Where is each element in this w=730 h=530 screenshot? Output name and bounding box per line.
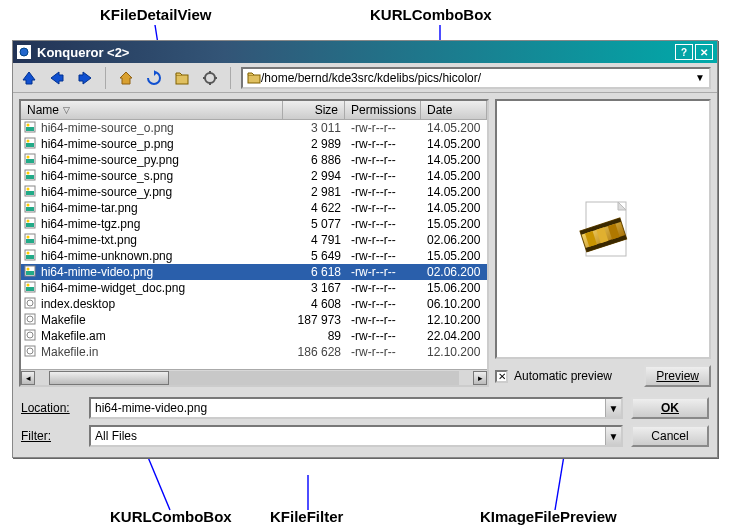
home-icon[interactable] <box>116 68 136 88</box>
table-row[interactable]: hi64-mime-video.png6 618-rw-r--r--02.06.… <box>21 264 487 280</box>
svg-point-14 <box>27 140 30 143</box>
file-date: 14.05.200 <box>421 121 487 135</box>
nav-back-icon[interactable] <box>47 68 67 88</box>
file-permissions: -rw-r--r-- <box>345 153 421 167</box>
file-name: hi64-mime-source_o.png <box>41 121 174 135</box>
file-size: 2 981 <box>283 185 345 199</box>
table-row[interactable]: Makefile.am89-rw-r--r--22.04.200 <box>21 328 487 344</box>
file-permissions: -rw-r--r-- <box>345 297 421 311</box>
auto-preview-checkbox[interactable]: ✕ <box>495 370 508 383</box>
dropdown-icon[interactable]: ▼ <box>605 399 621 417</box>
table-row[interactable]: Makefile187 973-rw-r--r--12.10.200 <box>21 312 487 328</box>
annotation-label: KURLComboBox <box>370 6 492 23</box>
file-detail-view: Name ▽ Size Permissions Date hi64-mime-s… <box>19 99 489 387</box>
table-row[interactable]: hi64-mime-txt.png4 791-rw-r--r--02.06.20… <box>21 232 487 248</box>
table-row[interactable]: hi64-mime-tar.png4 622-rw-r--r--14.05.20… <box>21 200 487 216</box>
file-date: 02.06.200 <box>421 265 487 279</box>
file-size: 187 973 <box>283 313 345 327</box>
horizontal-scrollbar[interactable]: ◂ ▸ <box>21 369 487 385</box>
url-input[interactable] <box>261 71 693 85</box>
file-date: 02.06.200 <box>421 233 487 247</box>
filter-label: Filter: <box>21 429 81 443</box>
url-combobox[interactable]: ▼ <box>241 67 711 89</box>
close-button[interactable]: ✕ <box>695 44 713 60</box>
file-size: 5 077 <box>283 217 345 231</box>
table-row[interactable]: index.desktop4 608-rw-r--r--06.10.200 <box>21 296 487 312</box>
file-permissions: -rw-r--r-- <box>345 201 421 215</box>
svg-point-23 <box>27 188 30 191</box>
ok-button[interactable]: OK <box>631 397 709 419</box>
file-size: 4 622 <box>283 201 345 215</box>
col-date[interactable]: Date <box>421 101 487 119</box>
file-name: hi64-mime-tar.png <box>41 201 138 215</box>
table-row[interactable]: hi64-mime-source_y.png2 981-rw-r--r--14.… <box>21 184 487 200</box>
table-row[interactable]: hi64-mime-tgz.png5 077-rw-r--r--15.05.20… <box>21 216 487 232</box>
cancel-button[interactable]: Cancel <box>631 425 709 447</box>
col-permissions[interactable]: Permissions <box>345 101 421 119</box>
file-permissions: -rw-r--r-- <box>345 121 421 135</box>
file-size: 4 791 <box>283 233 345 247</box>
file-permissions: -rw-r--r-- <box>345 233 421 247</box>
file-icon <box>24 265 38 279</box>
system-menu-icon[interactable] <box>17 45 31 59</box>
file-date: 12.10.200 <box>421 345 487 359</box>
file-size: 3 167 <box>283 281 345 295</box>
scroll-left-icon[interactable]: ◂ <box>21 371 35 385</box>
file-size: 89 <box>283 329 345 343</box>
svg-point-41 <box>27 284 30 287</box>
preview-button[interactable]: Preview <box>644 365 711 387</box>
svg-rect-31 <box>26 239 34 243</box>
new-folder-icon[interactable] <box>172 68 192 88</box>
file-icon <box>24 169 38 183</box>
titlebar[interactable]: Konqueror <2> ? ✕ <box>13 41 717 63</box>
table-row[interactable]: hi64-mime-widget_doc.png3 167-rw-r--r--1… <box>21 280 487 296</box>
scroll-right-icon[interactable]: ▸ <box>473 371 487 385</box>
svg-rect-22 <box>26 191 34 195</box>
help-button[interactable]: ? <box>675 44 693 60</box>
file-permissions: -rw-r--r-- <box>345 281 421 295</box>
col-size[interactable]: Size <box>283 101 345 119</box>
dropdown-icon[interactable]: ▼ <box>693 72 707 83</box>
filter-input[interactable] <box>95 429 605 443</box>
svg-point-38 <box>27 268 30 271</box>
file-size: 6 886 <box>283 153 345 167</box>
svg-rect-25 <box>26 207 34 211</box>
file-date: 14.05.200 <box>421 169 487 183</box>
svg-rect-37 <box>26 271 34 275</box>
file-icon <box>24 217 38 231</box>
table-row[interactable]: hi64-mime-source_s.png2 994-rw-r--r--14.… <box>21 168 487 184</box>
svg-point-7 <box>205 73 215 83</box>
table-row[interactable]: Makefile.in186 628-rw-r--r--12.10.200 <box>21 344 487 360</box>
file-name: Makefile.in <box>41 345 98 359</box>
file-size: 6 618 <box>283 265 345 279</box>
file-icon <box>24 329 38 343</box>
nav-forward-icon[interactable] <box>75 68 95 88</box>
configure-icon[interactable] <box>200 68 220 88</box>
location-combobox[interactable]: ▼ <box>89 397 623 419</box>
table-row[interactable]: hi64-mime-source_p.png2 989-rw-r--r--14.… <box>21 136 487 152</box>
table-row[interactable]: hi64-mime-unknown.png5 649-rw-r--r--15.0… <box>21 248 487 264</box>
file-size: 3 011 <box>283 121 345 135</box>
file-permissions: -rw-r--r-- <box>345 329 421 343</box>
svg-point-32 <box>27 236 30 239</box>
location-input[interactable] <box>95 401 605 415</box>
dropdown-icon[interactable]: ▼ <box>605 427 621 445</box>
file-name: hi64-mime-source_py.png <box>41 153 179 167</box>
filter-combobox[interactable]: ▼ <box>89 425 623 447</box>
annotation-label: KImageFilePreview <box>480 508 617 525</box>
svg-rect-19 <box>26 175 34 179</box>
file-icon <box>24 185 38 199</box>
file-date: 14.05.200 <box>421 153 487 167</box>
file-icon <box>24 345 38 359</box>
file-list[interactable]: hi64-mime-source_o.png3 011-rw-r--r--14.… <box>21 120 487 369</box>
preview-area <box>495 99 711 359</box>
folder-icon <box>247 71 261 85</box>
file-permissions: -rw-r--r-- <box>345 345 421 359</box>
scroll-thumb[interactable] <box>49 371 169 385</box>
table-row[interactable]: hi64-mime-source_py.png6 886-rw-r--r--14… <box>21 152 487 168</box>
nav-up-icon[interactable] <box>19 68 39 88</box>
file-icon <box>24 233 38 247</box>
table-row[interactable]: hi64-mime-source_o.png3 011-rw-r--r--14.… <box>21 120 487 136</box>
reload-icon[interactable] <box>144 68 164 88</box>
col-name[interactable]: Name ▽ <box>21 101 283 119</box>
